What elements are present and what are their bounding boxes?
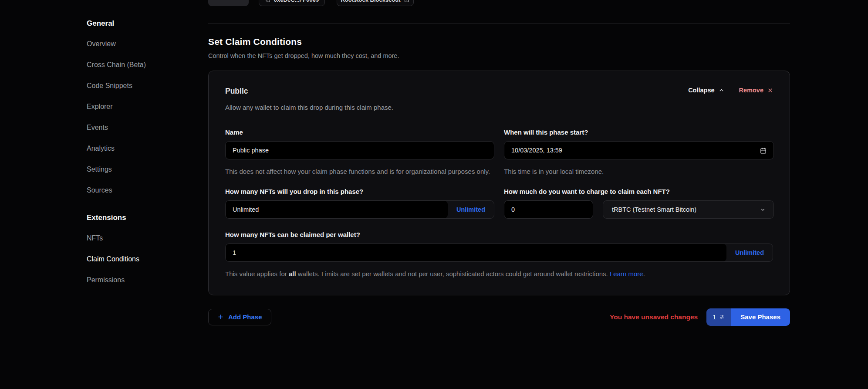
copy-icon xyxy=(265,0,270,3)
sidebar-section-title: General xyxy=(87,19,196,28)
collapse-button[interactable]: Collapse xyxy=(688,87,724,94)
helper-mid: wallets. Limits are set per wallets and … xyxy=(296,270,610,277)
top-tab-button[interactable] xyxy=(208,0,249,6)
start-helper-text: This time is in your local timezone. xyxy=(504,166,774,176)
start-label: When will this phase start? xyxy=(504,129,774,136)
chevron-up-icon xyxy=(719,88,724,93)
unsaved-changes-text: You have unsaved changes xyxy=(610,313,698,321)
supply-label: How many NFTs will you drop in this phas… xyxy=(225,188,494,195)
supply-field-group: How many NFTs will you drop in this phas… xyxy=(225,188,494,219)
remove-label: Remove xyxy=(739,87,763,94)
currency-value: tRBTC (Testnet Smart Bitcoin) xyxy=(612,206,696,213)
start-field-group: When will this phase start? 10/03/2025, … xyxy=(504,129,774,176)
start-date-input[interactable]: 10/03/2025, 13:59 xyxy=(504,141,774,159)
per-wallet-label: How many NFTs can be claimed per wallet? xyxy=(225,231,773,238)
explorer-label: Rootstock Blockscout xyxy=(341,0,400,3)
sidebar-section-general: General Overview Cross Chain (Beta) Code… xyxy=(87,19,196,194)
supply-unlimited-toggle[interactable]: Unlimited xyxy=(448,201,494,218)
price-amount-input[interactable] xyxy=(504,200,593,219)
contract-address-badge[interactable]: 0xeDcC...FF00e9 xyxy=(259,0,325,6)
phase-count: 1 xyxy=(713,314,716,321)
name-label: Name xyxy=(225,129,494,136)
per-wallet-input-group: Unlimited xyxy=(225,244,773,262)
sidebar-section-title: Extensions xyxy=(87,213,196,222)
claim-phase-card: Public Collapse Remove xyxy=(208,71,790,295)
sidebar-item-code-snippets[interactable]: Code Snippets xyxy=(87,82,196,90)
sidebar-section-extensions: Extensions NFTs Claim Conditions Permiss… xyxy=(87,213,196,284)
remove-phase-button[interactable]: Remove xyxy=(739,87,773,94)
sidebar-item-permissions[interactable]: Permissions xyxy=(87,276,196,284)
phase-title: Public xyxy=(225,87,248,96)
claim-conditions-page: General Overview Cross Chain (Beta) Code… xyxy=(0,0,868,389)
price-label: How much do you want to charge to claim … xyxy=(504,188,774,195)
sidebar-item-analytics[interactable]: Analytics xyxy=(87,145,196,152)
phases-footer: Add Phase You have unsaved changes 1 Sav… xyxy=(208,308,790,326)
block-explorer-badge[interactable]: Rootstock Blockscout xyxy=(337,0,414,6)
sidebar-item-claim-conditions[interactable]: Claim Conditions xyxy=(87,255,196,263)
add-phase-label: Add Phase xyxy=(228,313,262,321)
name-field-group: Name This does not affect how your claim… xyxy=(225,129,494,176)
chevron-down-icon xyxy=(760,207,766,213)
sidebar-item-events[interactable]: Events xyxy=(87,124,196,132)
page-subtitle: Control when the NFTs get dropped, how m… xyxy=(208,52,790,59)
supply-input-group: Unlimited xyxy=(225,200,494,219)
save-cluster: 1 Save Phases xyxy=(706,308,790,326)
phase-description: Allow any wallet to claim this drop duri… xyxy=(225,104,773,111)
plus-icon xyxy=(217,314,224,320)
learn-more-link[interactable]: Learn more xyxy=(610,270,643,277)
page-title: Set Claim Conditions xyxy=(208,37,790,47)
name-helper-text: This does not affect how your claim phas… xyxy=(225,166,494,176)
sidebar-item-settings[interactable]: Settings xyxy=(87,166,196,173)
helper-suffix: . xyxy=(643,270,645,277)
helper-bold: all xyxy=(289,270,296,277)
helper-prefix: This value applies for xyxy=(225,270,289,277)
sidebar-item-nfts[interactable]: NFTs xyxy=(87,234,196,242)
pending-changes-counter[interactable]: 1 xyxy=(706,308,731,326)
per-wallet-helper-text: This value applies for all wallets. Limi… xyxy=(225,269,773,279)
external-link-icon xyxy=(404,0,410,3)
swap-arrows-icon xyxy=(719,314,725,320)
phase-name-input[interactable] xyxy=(225,141,494,159)
sidebar: General Overview Cross Chain (Beta) Code… xyxy=(87,19,196,303)
header-divider xyxy=(208,23,790,24)
sidebar-item-overview[interactable]: Overview xyxy=(87,40,196,48)
save-phases-button[interactable]: Save Phases xyxy=(731,308,790,326)
per-wallet-unlimited-toggle[interactable]: Unlimited xyxy=(726,244,773,261)
sidebar-item-sources[interactable]: Sources xyxy=(87,186,196,194)
currency-select[interactable]: tRBTC (Testnet Smart Bitcoin) xyxy=(603,200,774,219)
sidebar-item-explorer[interactable]: Explorer xyxy=(87,103,196,111)
sidebar-item-cross-chain[interactable]: Cross Chain (Beta) xyxy=(87,61,196,69)
close-icon xyxy=(767,88,773,93)
contract-address-label: 0xeDcC...FF00e9 xyxy=(274,0,319,3)
add-phase-button[interactable]: Add Phase xyxy=(208,309,271,325)
main-content: 0xeDcC...FF00e9 Rootstock Blockscout Set… xyxy=(208,0,790,326)
collapse-label: Collapse xyxy=(688,87,714,94)
start-date-value: 10/03/2025, 13:59 xyxy=(511,147,562,154)
price-field-group: How much do you want to charge to claim … xyxy=(504,188,774,219)
calendar-icon[interactable] xyxy=(760,147,767,154)
per-wallet-field-group: How many NFTs can be claimed per wallet?… xyxy=(225,231,773,279)
supply-input[interactable] xyxy=(226,201,448,218)
per-wallet-input[interactable] xyxy=(226,244,726,261)
